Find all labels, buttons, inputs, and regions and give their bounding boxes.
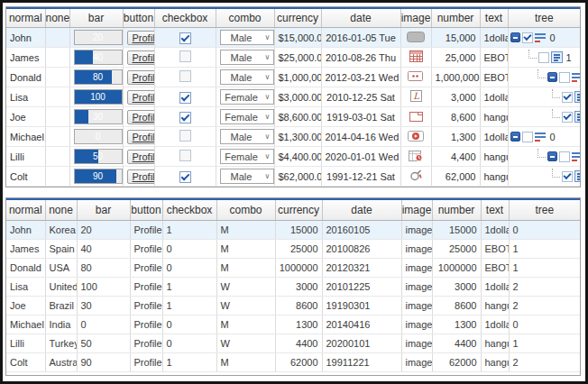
tree-checked-checkbox[interactable] — [522, 32, 533, 43]
normal-text: Lilli — [6, 338, 45, 349]
combo-value: Male — [221, 52, 262, 63]
unchecked-checkbox[interactable] — [179, 150, 191, 161]
cell-image — [400, 147, 431, 167]
grid-row-Lisa[interactable]: Lisa100ProfileFemale∨$3,000.002010-12-25… — [6, 87, 580, 107]
tree-checked-checkbox[interactable] — [562, 92, 573, 103]
name-text: Joe — [6, 112, 45, 123]
gender-combo[interactable]: Male∨ — [220, 129, 274, 144]
profile-button[interactable]: Profile — [127, 150, 154, 164]
checked-checkbox[interactable] — [179, 92, 191, 104]
profile-button[interactable]: Profile — [127, 90, 154, 105]
profile-button[interactable]: Profile — [127, 50, 154, 65]
unchecked-checkbox[interactable] — [179, 130, 191, 142]
column-header-bar[interactable]: bar — [69, 9, 123, 28]
image-text: imagerc — [402, 300, 432, 311]
cell-none: Brazil — [45, 297, 77, 315]
checked-checkbox[interactable] — [179, 32, 191, 44]
column-header-checkbox[interactable]: checkbox — [162, 200, 216, 221]
grid-row-Joe[interactable]: Joe30ProfileFemale∨$8,600.001919-03-01 S… — [6, 107, 580, 127]
profile-button[interactable]: Profile — [127, 31, 154, 45]
cell-button: Profile — [123, 167, 154, 187]
cell-currency: $4,400.00 — [274, 147, 321, 167]
column-header-image[interactable]: image — [400, 9, 431, 28]
bar-text: 30 — [78, 300, 130, 311]
column-header-button[interactable]: button — [130, 200, 162, 221]
column-header-tree[interactable]: tree — [508, 9, 580, 28]
column-header-number[interactable]: number — [432, 200, 481, 221]
column-header-date[interactable]: date — [322, 200, 401, 221]
grid-row-John[interactable]: John20ProfileMale∨$15,000.002016-01-05 T… — [6, 28, 580, 48]
unchecked-checkbox[interactable] — [179, 70, 191, 82]
column-header-date[interactable]: date — [321, 9, 400, 28]
gender-combo[interactable]: Female∨ — [220, 89, 274, 105]
gender-combo[interactable]: Male∨ — [220, 69, 274, 85]
grid-row-Michael[interactable]: MichaelIndia0Profile0M130020140416imager… — [6, 315, 580, 334]
cell-checkbox: 1 — [162, 297, 216, 315]
tree-collapse-icon[interactable] — [510, 32, 520, 42]
column-header-image[interactable]: image — [401, 200, 432, 221]
button-cell: Profile — [124, 169, 154, 184]
tree-unchecked-checkbox[interactable] — [522, 132, 533, 142]
tree-unchecked-checkbox[interactable] — [559, 72, 570, 83]
tree-collapse-icon[interactable] — [510, 132, 520, 142]
grid-row-Joe[interactable]: JoeBrazil30Profile1W860019190301imagerc8… — [6, 297, 580, 315]
gender-combo[interactable]: Male∨ — [220, 169, 274, 184]
grid-row-James[interactable]: James40ProfileMale∨$25,000.002010-08-26 … — [6, 48, 580, 68]
profile-button[interactable]: Profile — [127, 70, 154, 85]
column-header-none[interactable]: none — [45, 200, 77, 221]
checked-checkbox[interactable] — [179, 171, 191, 183]
tree-unchecked-checkbox[interactable] — [559, 151, 570, 162]
column-header-button[interactable]: button — [123, 9, 154, 28]
column-header-currency[interactable]: currency — [274, 9, 321, 28]
column-header-none[interactable]: none — [45, 9, 69, 28]
cell-bar: 100 — [69, 87, 123, 107]
unchecked-checkbox[interactable] — [179, 50, 191, 62]
tree-collapse-icon[interactable] — [547, 72, 557, 82]
column-header-combo[interactable]: combo — [216, 200, 275, 221]
cell-number: 8,600 — [431, 107, 480, 127]
column-header-text[interactable]: text — [481, 200, 509, 221]
tree-unchecked-checkbox[interactable] — [538, 52, 549, 63]
gender-combo[interactable]: Female∨ — [220, 149, 274, 164]
grid-row-Donald[interactable]: Donald80ProfileMale∨$1,000,000.002012-03… — [6, 68, 580, 87]
text-text: hangul — [482, 300, 509, 311]
grid-row-Lisa[interactable]: LisaUnited Kingdom100Profile1W3000201012… — [6, 278, 580, 297]
number-value: 4,400 — [432, 151, 480, 162]
text-text: hangul — [482, 338, 509, 349]
profile-button[interactable]: Profile — [127, 169, 154, 184]
cell-image: imagerc — [401, 334, 432, 353]
profile-button[interactable]: Profile — [127, 130, 154, 144]
tree-checked-checkbox[interactable] — [562, 171, 573, 182]
column-header-number[interactable]: number — [431, 9, 480, 28]
grid-row-Donald[interactable]: DonaldUSA80Profile0M100000020120321image… — [6, 259, 580, 278]
date-text: 19190301 — [323, 300, 401, 311]
profile-button[interactable]: Profile — [127, 110, 154, 124]
cell-date: 2016-01-05 Tue — [321, 28, 400, 48]
gender-combo[interactable]: Male∨ — [220, 50, 274, 65]
tree-collapse-icon[interactable] — [547, 151, 557, 161]
grid-row-Michael[interactable]: Michael0ProfileMale∨$1,300.002014-04-16 … — [6, 127, 580, 147]
checked-checkbox[interactable] — [179, 112, 191, 123]
grid-row-Lilli[interactable]: Lilli50ProfileFemale∨$4,400.002020-01-01… — [6, 147, 580, 167]
cell-button: Profile — [130, 221, 162, 240]
grid-row-Colt[interactable]: ColtAustralia90Profile1M6200019911221ima… — [6, 353, 580, 372]
gender-combo[interactable]: Female∨ — [220, 109, 274, 124]
tree-checked-checkbox[interactable] — [562, 112, 573, 123]
column-header-text[interactable]: text — [480, 9, 508, 28]
cell-none: Korea — [45, 221, 77, 240]
tree-connector — [552, 109, 560, 118]
gender-combo[interactable]: Male∨ — [220, 30, 274, 45]
column-header-currency[interactable]: currency — [275, 200, 322, 221]
bar-cell: 80 — [70, 69, 123, 85]
number-text: 3000 — [433, 281, 481, 292]
grid-row-John[interactable]: JohnKorea20Profile1M1500020160105imagerc… — [6, 221, 580, 240]
column-header-tree[interactable]: tree — [509, 200, 580, 221]
grid-row-Lilli[interactable]: LilliTurkey50Profile0W440020200101imager… — [6, 334, 580, 353]
column-header-bar[interactable]: bar — [77, 200, 130, 221]
column-header-normal[interactable]: normal — [6, 200, 45, 221]
column-header-normal[interactable]: normal — [6, 9, 45, 28]
grid-row-Colt[interactable]: Colt90ProfileMale∨$62,000.001991-12-21 S… — [6, 167, 580, 187]
column-header-combo[interactable]: combo — [216, 9, 274, 28]
grid-row-James[interactable]: JamesSpain40Profile0M2500020100826imager… — [6, 240, 580, 259]
column-header-checkbox[interactable]: checkbox — [154, 9, 216, 28]
